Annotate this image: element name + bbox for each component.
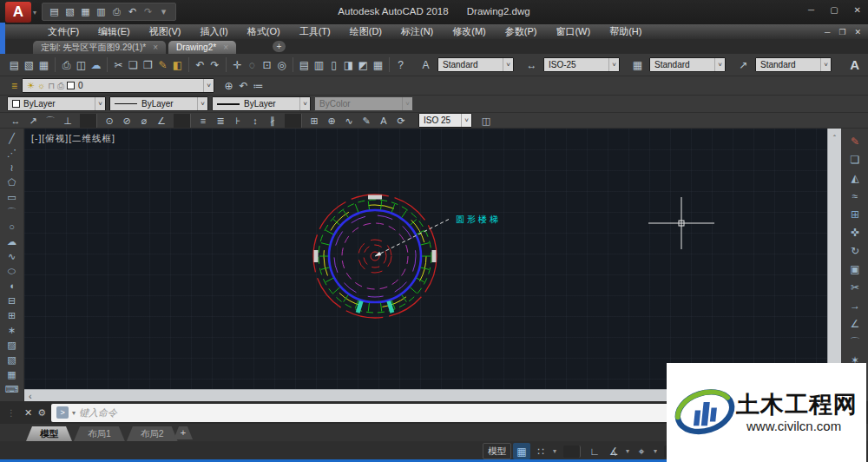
osnap-icon[interactable]: ⌖ bbox=[633, 443, 650, 459]
trim-icon[interactable]: ✂ bbox=[846, 280, 864, 296]
plot-preview-icon[interactable]: ◫ bbox=[74, 56, 89, 74]
close-tab-icon[interactable]: × bbox=[153, 43, 158, 52]
copy-icon[interactable]: ❏ bbox=[126, 56, 141, 74]
close-button[interactable]: ✕ bbox=[854, 5, 861, 15]
new-file-icon[interactable]: ▤ bbox=[7, 56, 22, 74]
lineweight-select[interactable]: ByLayer ˅ bbox=[212, 96, 311, 111]
ortho-icon[interactable]: ∟ bbox=[586, 443, 603, 459]
spline-icon[interactable]: ∿ bbox=[3, 249, 21, 263]
layer-properties-icon[interactable]: ≡ bbox=[7, 77, 22, 95]
scroll-up-icon[interactable]: ˆ bbox=[833, 134, 836, 142]
mdi-close-button[interactable]: ✕ bbox=[854, 28, 861, 36]
line-icon[interactable]: ╱ bbox=[3, 131, 21, 145]
viewport-controls[interactable]: [-][俯视][二维线框] bbox=[31, 133, 115, 145]
tab-layout1[interactable]: 布局1 bbox=[74, 426, 125, 441]
help-icon[interactable]: ? bbox=[393, 56, 408, 74]
layer-states-icon[interactable]: ≔ bbox=[251, 77, 266, 95]
menu-insert[interactable]: 插入(I) bbox=[190, 25, 237, 38]
menu-tools[interactable]: 工具(T) bbox=[290, 25, 340, 38]
dimension-style-manager-icon[interactable]: ◫ bbox=[477, 114, 495, 128]
quick-calc-icon[interactable]: ▦ bbox=[371, 56, 385, 74]
baseline-dimension-icon[interactable]: ≣ bbox=[212, 114, 229, 128]
file-tab-drawing2[interactable]: Drawing2* × bbox=[168, 41, 236, 54]
ellipse-arc-icon[interactable]: ◖ bbox=[3, 279, 21, 293]
menu-draw[interactable]: 绘图(D) bbox=[340, 25, 391, 38]
dimension-break-icon[interactable]: ∦ bbox=[264, 114, 281, 128]
paste-icon[interactable]: ❐ bbox=[141, 56, 155, 74]
array-icon[interactable]: ⊞ bbox=[846, 207, 864, 223]
menu-edit[interactable]: 编辑(E) bbox=[89, 25, 140, 38]
rectangle-icon[interactable]: ▭ bbox=[3, 190, 21, 204]
table-icon[interactable]: ▦ bbox=[3, 367, 21, 381]
radius-dimension-icon[interactable]: ⊙ bbox=[101, 114, 118, 128]
osnap-caret-icon[interactable]: ▾ bbox=[652, 443, 659, 459]
create-block-icon[interactable]: ⊞ bbox=[3, 308, 21, 322]
ordinate-dimension-icon[interactable]: ⊥ bbox=[59, 114, 76, 128]
grid-icon[interactable]: ▦ bbox=[513, 443, 530, 459]
rotate-icon[interactable]: ↻ bbox=[846, 243, 864, 260]
menu-help[interactable]: 帮助(H) bbox=[600, 25, 651, 38]
sheet-set-manager-icon[interactable]: ◨ bbox=[341, 56, 356, 74]
point-icon[interactable]: ∗ bbox=[3, 323, 21, 337]
chamfer-icon[interactable]: ∠ bbox=[846, 316, 864, 333]
continue-dimension-icon[interactable]: ⊦ bbox=[229, 114, 247, 128]
command-drag-handle[interactable]: ⋮ bbox=[0, 408, 19, 418]
copy-icon[interactable]: ❏ bbox=[846, 152, 864, 168]
menu-format[interactable]: 格式(O) bbox=[238, 25, 290, 38]
command-close-icon[interactable]: ✕ bbox=[19, 407, 37, 419]
minimize-button[interactable]: ─ bbox=[808, 5, 814, 15]
command-caret-icon[interactable]: ▾ bbox=[72, 409, 76, 417]
block-editor-icon[interactable]: ◧ bbox=[170, 56, 185, 74]
text-style-select[interactable]: Standard ˅ bbox=[437, 57, 514, 72]
command-customize-icon[interactable]: ⚙ bbox=[37, 407, 51, 419]
tab-model[interactable]: 模型 bbox=[26, 426, 72, 441]
zoom-previous-icon[interactable]: ◎ bbox=[274, 56, 289, 74]
pan-icon[interactable]: ✛ bbox=[230, 56, 245, 74]
offset-icon[interactable]: ≈ bbox=[846, 188, 864, 205]
layer-select[interactable]: ☀☼⊓⎙ 0 ˅ bbox=[22, 78, 214, 93]
jogged-linear-icon[interactable]: ∿ bbox=[340, 114, 358, 128]
menu-dimension[interactable]: 标注(N) bbox=[391, 25, 443, 38]
drawing-canvas[interactable]: 圆形楼梯 [-][俯视][二维线框] bbox=[24, 129, 827, 389]
linear-dimension-icon[interactable]: ↔ bbox=[7, 114, 24, 128]
insert-block-icon[interactable]: ⊟ bbox=[3, 294, 21, 307]
polyline-icon[interactable]: ≀ bbox=[3, 161, 21, 175]
mleader-style-select[interactable]: Standard ˅ bbox=[755, 57, 832, 72]
new-tab-button[interactable]: + bbox=[273, 41, 286, 52]
gradient-icon[interactable]: ▧ bbox=[3, 353, 21, 366]
jogged-dimension-icon[interactable]: ⊘ bbox=[118, 114, 135, 128]
ellipse-icon[interactable]: ⬭ bbox=[3, 264, 21, 278]
construction-line-icon[interactable]: ⋰ bbox=[3, 146, 21, 160]
extend-icon[interactable]: → bbox=[846, 298, 864, 314]
scale-icon[interactable]: ▣ bbox=[846, 261, 864, 278]
polar-tracking-icon[interactable]: ∡ bbox=[605, 443, 622, 459]
menu-window[interactable]: 窗口(W) bbox=[546, 25, 600, 38]
open-file-icon[interactable]: ▧ bbox=[22, 56, 36, 74]
arc-length-dimension-icon[interactable]: ⌒ bbox=[42, 114, 59, 128]
scroll-left-icon[interactable]: ‹ bbox=[24, 391, 32, 401]
menu-modify[interactable]: 修改(M) bbox=[443, 25, 496, 38]
close-tab-icon[interactable]: × bbox=[223, 43, 228, 52]
mirror-icon[interactable]: ◭ bbox=[846, 170, 864, 187]
vertical-scrollbar[interactable]: ˆ bbox=[827, 129, 841, 393]
mdi-minimize-button[interactable]: ─ bbox=[825, 28, 830, 36]
quick-dimension-icon[interactable]: ≡ bbox=[194, 114, 212, 128]
dim-style-select[interactable]: ISO-25 ˅ bbox=[543, 57, 620, 72]
table-style-select[interactable]: Standard ˅ bbox=[649, 57, 726, 72]
move-icon[interactable]: ✜ bbox=[846, 225, 864, 241]
annotation-icon[interactable]: A bbox=[850, 57, 859, 72]
save-icon[interactable]: ▦ bbox=[36, 56, 51, 74]
center-mark-icon[interactable]: ⊕ bbox=[323, 114, 340, 128]
erase-icon[interactable]: ✎ bbox=[846, 134, 864, 150]
properties-palette-icon[interactable]: ▤ bbox=[297, 56, 312, 74]
design-center-icon[interactable]: ▥ bbox=[312, 56, 326, 74]
menu-view[interactable]: 视图(V) bbox=[140, 25, 191, 38]
snap-caret-icon[interactable]: ▾ bbox=[551, 443, 558, 459]
make-current-layer-icon[interactable]: ⊕ bbox=[221, 77, 236, 95]
revision-cloud-icon[interactable]: ☁ bbox=[3, 234, 21, 248]
diameter-dimension-icon[interactable]: ⌀ bbox=[135, 114, 153, 128]
hatch-icon[interactable]: ▨ bbox=[3, 338, 21, 352]
match-properties-icon[interactable]: ✎ bbox=[155, 56, 170, 74]
circle-icon[interactable]: ○ bbox=[3, 220, 21, 234]
tolerance-icon[interactable]: ⊞ bbox=[306, 114, 323, 128]
